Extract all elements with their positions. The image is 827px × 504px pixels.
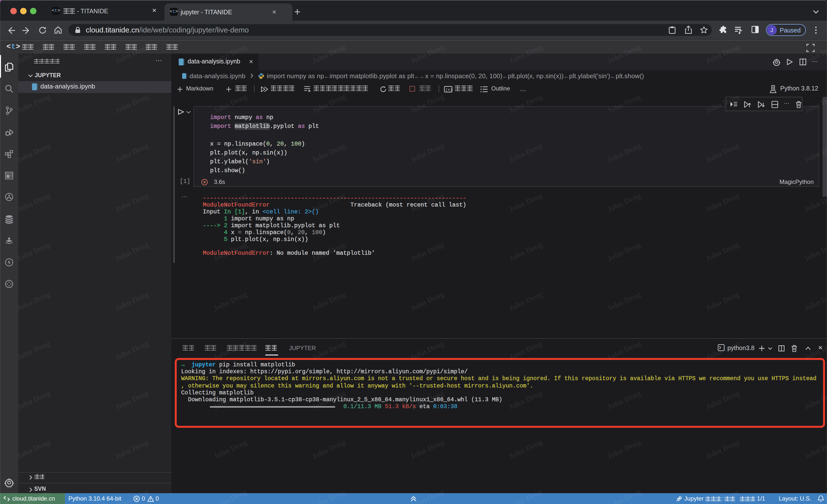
svg-text:(x): (x) <box>445 88 452 92</box>
